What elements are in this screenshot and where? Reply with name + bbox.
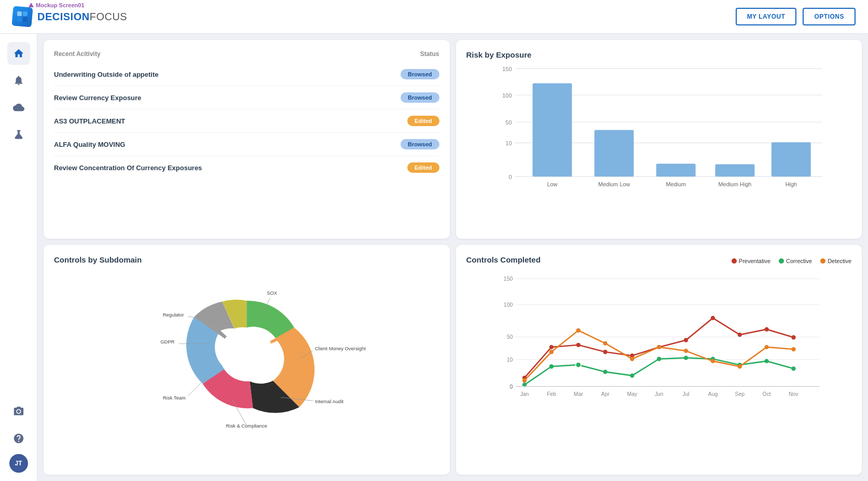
dot-d-4 [630, 357, 634, 361]
dot-p-8 [737, 333, 741, 337]
dot-c-2 [575, 362, 581, 367]
legend-detective: Detective [820, 258, 851, 264]
label-client-money: Client Money Oversight [315, 346, 366, 351]
svg-text:Apr: Apr [601, 391, 610, 397]
dot-d-9 [764, 345, 768, 349]
label-sox: SOX [267, 290, 278, 296]
activity-name: Underwriting Outside of appetite [54, 71, 159, 78]
activity-name: Review Concentration Of Currency Exposur… [54, 164, 202, 172]
svg-text:Aug: Aug [708, 391, 718, 397]
svg-text:Oct: Oct [762, 391, 770, 397]
label-gdpr: GDPR [160, 339, 174, 345]
label-risk-team: Risk Team [163, 395, 186, 401]
sidebar-item-camera[interactable] [7, 400, 30, 423]
dot-d-0 [522, 378, 526, 382]
activity-status-badge: Edited [407, 162, 439, 173]
svg-text:10: 10 [505, 140, 512, 146]
svg-text:Sep: Sep [735, 391, 745, 397]
logo-area: DECISIONFOCUS [12, 7, 127, 26]
dot-c-5 [657, 357, 661, 361]
svg-text:150: 150 [503, 276, 513, 282]
dot-p-3 [603, 350, 607, 354]
bar-medium-low [594, 130, 633, 176]
activity-name: ALFA Quality MOVING [54, 141, 125, 148]
bar-medium [656, 163, 695, 176]
label-internal-audit: Internal Audit [315, 398, 343, 404]
activity-row[interactable]: Underwriting Outside of appetiteBrowsed [54, 63, 439, 86]
dot-c-9 [764, 359, 768, 363]
svg-text:Jul: Jul [682, 391, 689, 397]
svg-text:100: 100 [502, 92, 512, 99]
activity-status-badge: Browsed [401, 92, 439, 103]
activity-status-badge: Browsed [401, 139, 439, 149]
dot-p-1 [549, 345, 553, 349]
bar-chart-container: 150 100 50 10 0 Low [466, 66, 852, 201]
recent-activity-title: Recent Acitivity [54, 50, 101, 58]
main-content: Recent Acitivity Status Underwriting Out… [37, 34, 868, 481]
dot-c-1 [549, 364, 553, 368]
legend-dot-corrective [779, 258, 784, 264]
dot-p-7 [710, 316, 714, 320]
label-risk-compliance: Risk & Compliance [226, 423, 267, 429]
svg-text:0: 0 [509, 384, 513, 390]
svg-text:Medium High: Medium High [718, 181, 751, 187]
svg-text:150: 150 [502, 66, 512, 72]
sidebar-item-help[interactable] [7, 427, 30, 450]
svg-text:Feb: Feb [546, 391, 556, 397]
dot-p-2 [576, 343, 580, 347]
controls-subdomain-title: Controls by Subdomain [54, 255, 439, 264]
risk-exposure-card: Risk by Exposure 150 100 50 10 0 [456, 40, 862, 239]
my-layout-button[interactable]: MY LAYOUT [736, 8, 797, 25]
topbar: DECISIONFOCUS MY LAYOUT OPTIONS [0, 0, 868, 34]
logo-text: DECISIONFOCUS [37, 11, 127, 23]
legend-corrective: Corrective [779, 258, 812, 264]
avatar[interactable]: JT [9, 454, 28, 473]
line-detective [524, 331, 793, 380]
dot-d-7 [710, 359, 714, 363]
label-regulator: Regulator [163, 312, 184, 318]
activity-name: Review Currency Exposure [54, 94, 141, 102]
dot-c-6 [683, 356, 687, 360]
donut-chart: SOX Client Money Oversight Internal Audi… [54, 271, 439, 437]
svg-text:May: May [627, 391, 637, 397]
activity-row[interactable]: ALFA Quality MOVINGBrowsed [54, 133, 439, 156]
svg-text:High: High [785, 181, 796, 187]
topbar-buttons: MY LAYOUT OPTIONS [736, 8, 856, 25]
options-button[interactable]: OPTIONS [803, 8, 856, 25]
sidebar-item-bell[interactable] [7, 69, 30, 92]
activity-status-badge: Edited [407, 116, 439, 126]
mockup-title: Mockup Screen01 [28, 2, 85, 8]
svg-text:50: 50 [505, 119, 512, 126]
dot-d-8 [737, 364, 741, 368]
layout: JT Recent Acitivity Status Underwriting … [0, 34, 868, 481]
activity-status-badge: Browsed [401, 69, 439, 79]
status-header: Status [420, 50, 439, 58]
svg-text:Nov: Nov [789, 391, 798, 397]
recent-activity-card: Recent Acitivity Status Underwriting Out… [44, 40, 450, 239]
activity-row[interactable]: Review Currency ExposureBrowsed [54, 86, 439, 109]
activity-rows: Underwriting Outside of appetiteBrowsedR… [54, 63, 439, 179]
donut-wrapper: SOX Client Money Oversight Internal Audi… [54, 271, 439, 437]
donut-hole [219, 327, 273, 381]
dot-d-6 [683, 349, 687, 353]
activity-row[interactable]: AS3 OUTPLACEMENTEdited [54, 109, 439, 133]
svg-rect-3 [17, 17, 22, 22]
dot-c-4 [630, 374, 634, 378]
line-chart-container: 150 100 50 10 0 [466, 276, 852, 421]
svg-rect-4 [23, 17, 27, 22]
svg-text:Mar: Mar [573, 391, 583, 397]
activity-row[interactable]: Review Concentration Of Currency Exposur… [54, 156, 439, 179]
svg-text:10: 10 [506, 357, 513, 363]
sidebar-item-cloud[interactable] [7, 96, 30, 119]
sidebar-item-home[interactable] [7, 42, 30, 65]
dot-p-6 [683, 338, 687, 342]
dot-d-3 [603, 341, 607, 346]
dot-c-3 [603, 369, 607, 374]
activity-name: AS3 OUTPLACEMENT [54, 117, 125, 125]
sidebar-bottom: JT [7, 400, 30, 473]
dot-d-1 [549, 350, 553, 354]
bar-chart: 150 100 50 10 0 Low [466, 66, 852, 201]
sidebar-item-flask[interactable] [7, 123, 30, 146]
bar-low [532, 84, 572, 177]
line-chart: 150 100 50 10 0 [466, 276, 852, 421]
